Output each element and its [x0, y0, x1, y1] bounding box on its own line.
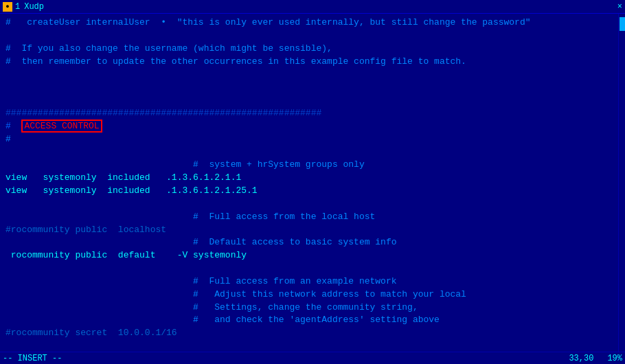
- line-view-2: view systemonly included .1.3.6.1.2.1.25…: [5, 185, 613, 198]
- terminal-icon: ●: [3, 2, 12, 12]
- line-empty-7: [5, 262, 613, 275]
- line-rocommunity-secret: #rocommunity secret 10.0.0.1/16: [5, 327, 613, 340]
- close-icon[interactable]: ×: [617, 2, 622, 12]
- status-bar: -- INSERT -- 33,30 19%: [0, 352, 625, 364]
- line-rocommunity-default: rocommunity public default -V systemonly: [5, 249, 613, 262]
- insert-mode: -- INSERT --: [3, 354, 62, 363]
- line-empty-1: [5, 30, 613, 43]
- line-create-user: # createUser internalUser • "this is onl…: [5, 16, 613, 30]
- line-full-access-network: # Full access from an example network: [5, 275, 613, 288]
- line-empty-5: [5, 146, 613, 159]
- line-empty-2: [5, 68, 613, 81]
- line-rocommunity-localhost: #rocommunity public localhost: [5, 224, 613, 237]
- line-full-access-comment: # Full access from the local host: [5, 211, 613, 224]
- line-empty-4: [5, 94, 613, 107]
- tab-title: Xudp: [24, 2, 617, 12]
- line-system-hrSystem: # system + hrSystem groups only: [5, 159, 613, 172]
- scroll-percent: 19%: [607, 354, 622, 363]
- line-if-change: # If you also change the username (which…: [5, 43, 613, 56]
- terminal-window: ● 1 Xudp × # createUser internalUser • "…: [0, 0, 625, 364]
- line-hash-after-ac: #: [5, 133, 613, 146]
- line-default-access-comment: # Default access to basic system info: [5, 236, 613, 249]
- tab-number: 1: [15, 2, 20, 12]
- line-adjust-network: # Adjust this network address to match y…: [5, 288, 613, 302]
- access-control-label: ACCESS CONTROL: [21, 120, 102, 133]
- editor-content[interactable]: # createUser internalUser • "this is onl…: [0, 14, 625, 361]
- title-bar: ● 1 Xudp ×: [0, 0, 625, 14]
- cursor-position: 33,30: [569, 354, 593, 363]
- line-check-agent: # and check the 'agentAddress' setting a…: [5, 314, 613, 327]
- line-empty-3: [5, 81, 613, 94]
- separator-line: ########################################…: [5, 107, 613, 120]
- line-view-1: view systemonly included .1.3.6.1.2.1.1: [5, 172, 613, 185]
- line-then-remember: # then remember to update the other occu…: [5, 56, 613, 69]
- line-settings-change: # Settings, change the community string,: [5, 302, 613, 315]
- line-empty-6: [5, 198, 613, 211]
- line-hash-before-ac: # ACCESS CONTROL: [5, 120, 613, 133]
